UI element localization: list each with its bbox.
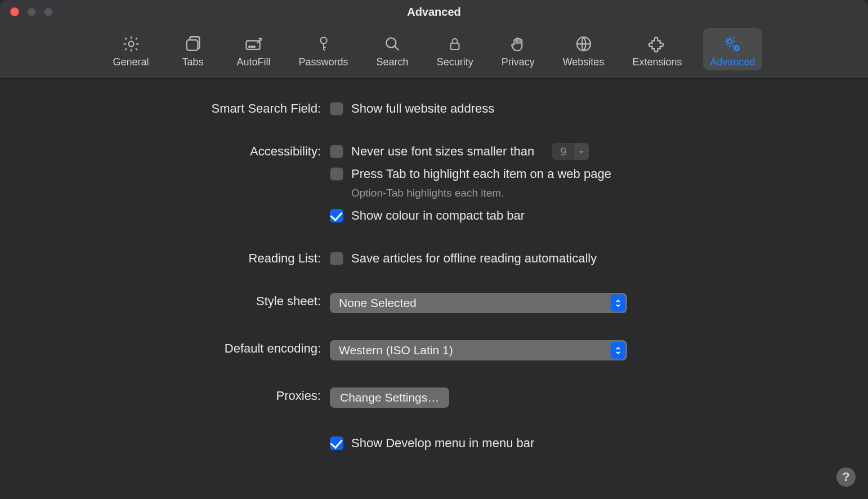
proxies-row: Proxies: Change Settings… [23, 387, 845, 408]
advanced-pane: Smart Search Field: Show full website ad… [0, 79, 868, 499]
press-tab-label: Press Tab to highlight each item on a we… [351, 167, 611, 181]
tab-extensions[interactable]: Extensions [625, 28, 688, 70]
min-font-stepper[interactable]: 9 [552, 143, 589, 160]
min-font-label: Never use font sizes smaller than [351, 144, 534, 159]
offline-reading-label: Save articles for offline reading automa… [351, 251, 597, 266]
gears-icon [721, 33, 744, 55]
min-font-value: 9 [552, 143, 574, 160]
accessibility-row: Accessibility: Never use font sizes smal… [23, 143, 845, 224]
titlebar-top: Advanced [0, 0, 868, 24]
tab-label: Extensions [632, 56, 682, 68]
window-title: Advanced [0, 6, 868, 19]
updown-arrows-icon [611, 295, 625, 311]
style-sheet-row: Style sheet: None Selected [23, 293, 845, 313]
develop-row: Show Develop menu in menu bar [23, 435, 845, 452]
autofill-icon [243, 33, 265, 55]
tab-websites[interactable]: Websites [556, 28, 611, 70]
tab-security[interactable]: Security [430, 28, 480, 70]
reading-list-label: Reading List: [23, 250, 321, 266]
tab-label: Security [437, 56, 473, 68]
svg-point-0 [128, 41, 133, 46]
style-sheet-label: Style sheet: [23, 293, 321, 309]
svg-point-5 [253, 46, 254, 47]
tab-autofill[interactable]: AutoFill [230, 28, 278, 70]
svg-rect-1 [186, 40, 198, 50]
compact-tab-colour-checkbox[interactable] [330, 209, 343, 222]
tab-search[interactable]: Search [370, 28, 415, 70]
svg-point-4 [251, 46, 252, 47]
style-sheet-value: None Selected [339, 296, 417, 310]
tab-general[interactable]: General [106, 28, 155, 70]
default-encoding-row: Default encoding: Western (ISO Latin 1) [23, 340, 845, 360]
tab-label: Passwords [299, 56, 348, 68]
preferences-toolbar: General Tabs AutoFill Passwords [0, 24, 868, 78]
preferences-window: Advanced General Tabs AutoFill [0, 0, 868, 499]
tab-label: AutoFill [237, 56, 271, 68]
svg-rect-8 [451, 43, 459, 50]
tab-label: Tabs [182, 56, 204, 68]
compact-tab-colour-label: Show colour in compact tab bar [351, 208, 525, 223]
default-encoding-label: Default encoding: [23, 340, 321, 356]
lock-icon [444, 33, 466, 55]
style-sheet-popup[interactable]: None Selected [330, 293, 627, 313]
window-minimize-button[interactable] [27, 7, 36, 16]
tab-passwords[interactable]: Passwords [292, 28, 355, 70]
chevron-down-icon [574, 143, 589, 160]
smart-search-label: Smart Search Field: [23, 100, 321, 116]
press-tab-hint: Option-Tab highlights each item. [351, 187, 611, 199]
window-close-button[interactable] [10, 7, 19, 16]
develop-menu-label: Show Develop menu in menu bar [351, 436, 534, 451]
window-zoom-button[interactable] [44, 7, 53, 16]
offline-reading-checkbox[interactable] [330, 252, 343, 265]
search-icon [381, 33, 404, 55]
key-icon [312, 33, 335, 55]
tab-label: Websites [563, 56, 605, 68]
svg-point-3 [249, 46, 250, 47]
tab-label: Advanced [710, 56, 755, 68]
show-full-address-label: Show full website address [351, 101, 494, 116]
svg-point-11 [735, 47, 739, 50]
default-encoding-value: Western (ISO Latin 1) [339, 344, 453, 357]
proxies-label: Proxies: [23, 387, 321, 403]
tab-label: General [113, 56, 149, 68]
tab-advanced[interactable]: Advanced [703, 28, 762, 70]
smart-search-row: Smart Search Field: Show full website ad… [23, 100, 845, 117]
svg-point-6 [320, 37, 326, 43]
svg-point-10 [728, 39, 732, 44]
tabs-icon [182, 33, 204, 55]
default-encoding-popup[interactable]: Western (ISO Latin 1) [330, 340, 627, 360]
svg-point-7 [386, 38, 396, 47]
tab-label: Privacy [502, 56, 535, 68]
tab-tabs[interactable]: Tabs [171, 28, 216, 70]
tab-privacy[interactable]: Privacy [495, 28, 542, 70]
change-settings-button[interactable]: Change Settings… [330, 387, 449, 408]
reading-list-row: Reading List: Save articles for offline … [23, 250, 845, 267]
develop-menu-checkbox[interactable] [330, 436, 343, 450]
hand-icon [507, 33, 529, 55]
min-font-checkbox[interactable] [330, 145, 343, 158]
puzzle-icon [646, 33, 668, 55]
traffic-lights [0, 7, 53, 16]
updown-arrows-icon [611, 342, 625, 359]
accessibility-label: Accessibility: [23, 143, 321, 159]
show-full-address-checkbox[interactable] [330, 102, 343, 115]
change-settings-label: Change Settings… [340, 391, 439, 404]
help-button[interactable]: ? [836, 467, 856, 487]
tab-label: Search [377, 56, 409, 68]
press-tab-checkbox[interactable] [330, 167, 343, 181]
titlebar: Advanced General Tabs AutoFill [0, 0, 868, 79]
globe-icon [572, 33, 595, 55]
help-label: ? [842, 470, 849, 484]
gear-icon [120, 33, 142, 55]
